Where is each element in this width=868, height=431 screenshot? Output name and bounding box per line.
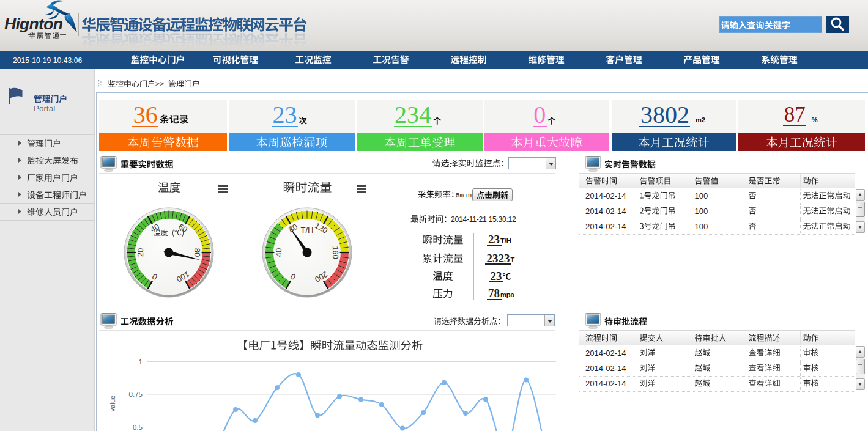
svg-text:value: value xyxy=(109,396,116,411)
svg-text:20: 20 xyxy=(136,248,145,257)
svg-text:40: 40 xyxy=(274,248,283,257)
svg-text:0.75: 0.75 xyxy=(129,391,143,398)
svg-text:80: 80 xyxy=(193,248,202,257)
svg-text:0.5: 0.5 xyxy=(133,424,143,431)
svg-text:160: 160 xyxy=(331,246,340,259)
svg-text:1: 1 xyxy=(139,358,143,366)
